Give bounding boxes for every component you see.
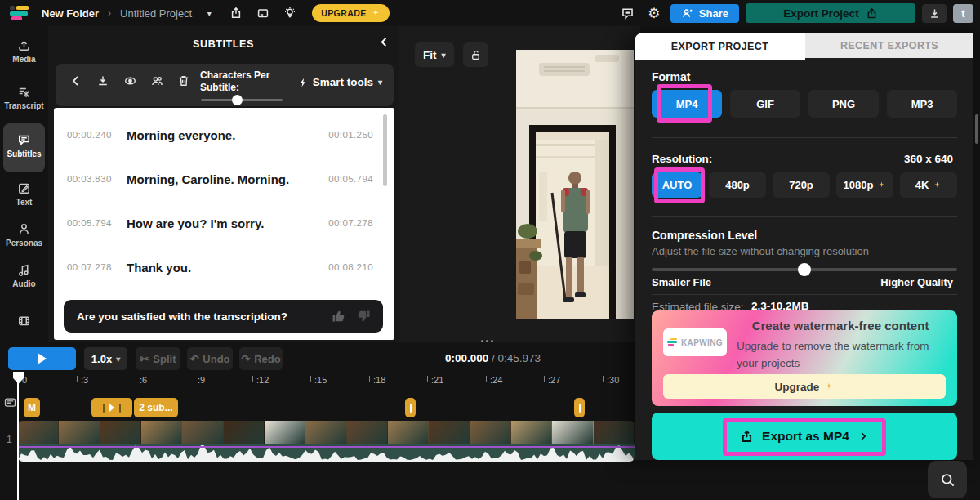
playhead-line[interactable] — [17, 372, 19, 500]
avatar[interactable]: t — [953, 4, 973, 23]
unlock-icon[interactable] — [463, 42, 488, 67]
subtitle-end-time: 00:08.210 — [321, 262, 373, 272]
comments-icon[interactable] — [618, 4, 638, 22]
share-button[interactable]: Share — [670, 4, 739, 23]
film-frame-icon — [17, 314, 31, 328]
play-button[interactable] — [8, 347, 76, 370]
subtitle-row[interactable]: 00:05.794 How are you? I'm sorry. 00:07.… — [54, 201, 394, 245]
project-menu-chevron-icon[interactable]: ▾ — [199, 4, 219, 22]
zoom-search-button[interactable] — [928, 461, 967, 498]
subtitle-marker-m[interactable]: M — [24, 398, 40, 417]
resolution-480p-button[interactable]: 480p — [709, 172, 766, 198]
subtitle-marker[interactable] — [405, 398, 416, 417]
track-list-icon[interactable] — [4, 396, 16, 408]
timeline-resize-handle[interactable] — [481, 340, 493, 342]
resolution-value: 360 x 640 — [904, 153, 953, 165]
split-button[interactable]: ✂ Split — [136, 347, 180, 370]
compression-label: Compression Level — [652, 229, 757, 242]
redo-button[interactable]: ↷ Redo — [239, 347, 283, 370]
back-chevron-icon[interactable] — [69, 74, 82, 87]
redo-icon: ↷ — [241, 353, 250, 365]
format-mp4-button[interactable]: MP4 — [652, 90, 722, 118]
subtitle-end-time: 00:05.794 — [321, 174, 373, 184]
trash-icon[interactable] — [177, 74, 190, 87]
characters-slider[interactable] — [201, 99, 283, 101]
fit-zoom-dropdown[interactable]: Fit ▾ — [415, 42, 454, 67]
subtitle-marker-2sub[interactable]: 2 sub... — [134, 398, 178, 417]
tab-recent-exports[interactable]: RECENT EXPORTS — [805, 33, 973, 58]
undo-button[interactable]: ↶ Undo — [187, 347, 233, 370]
caption-card-icon[interactable] — [253, 4, 273, 22]
format-gif-button[interactable]: GIF — [730, 90, 800, 118]
transcription-feedback-bar: Are you satisfied with the transcription… — [64, 300, 383, 333]
promo-body: Upgrade to remove the watermark from you… — [737, 338, 939, 373]
visibility-eye-icon[interactable] — [123, 74, 137, 87]
resolution-options: AUTO 480p 720p 1080p 4K — [652, 172, 957, 198]
export-project-button[interactable]: Export Project — [746, 3, 915, 23]
video-clip-track[interactable] — [18, 421, 635, 462]
subtitle-row[interactable]: 00:03.830 Morning, Caroline. Morning. 00… — [54, 157, 394, 201]
subtitle-marker-group[interactable] — [91, 398, 132, 417]
kapwing-brand-chip: KAPWING — [663, 328, 727, 356]
compression-slider[interactable] — [652, 268, 957, 271]
download-subtitles-icon[interactable] — [96, 74, 109, 87]
volume-keyframe-line[interactable] — [18, 446, 635, 448]
playback-speed-dropdown[interactable]: 1.0x ▾ — [84, 347, 127, 370]
resolution-1080p-button[interactable]: 1080p — [836, 172, 893, 198]
subtitle-text[interactable]: Morning everyone. — [127, 128, 321, 142]
compression-slider-knob[interactable] — [798, 263, 811, 276]
sidebar-item-elements[interactable] — [0, 314, 48, 328]
marker-tick — [579, 404, 581, 413]
sidebar-item-subtitles[interactable]: Subtitles — [0, 133, 48, 158]
format-png-button[interactable]: PNG — [808, 90, 879, 118]
subtitle-marker[interactable] — [574, 398, 585, 417]
breadcrumb-project[interactable]: Untitled Project — [120, 7, 192, 20]
tab-export-project[interactable]: EXPORT PROJECT — [635, 33, 805, 60]
promo-upgrade-button[interactable]: Upgrade — [663, 374, 946, 399]
sidebar-item-media[interactable]: Media — [0, 38, 48, 64]
lightbulb-icon[interactable] — [280, 4, 300, 22]
video-preview[interactable] — [516, 50, 634, 319]
thumbs-up-icon[interactable] — [331, 308, 347, 324]
format-mp3-button[interactable]: MP3 — [887, 90, 957, 118]
sidebar-item-audio[interactable]: Audio — [0, 263, 48, 288]
download-button[interactable] — [922, 4, 947, 23]
thumbs-down-icon[interactable] — [355, 308, 372, 324]
breadcrumb-separator: › — [106, 7, 113, 19]
list-scrollbar[interactable] — [383, 114, 387, 186]
ruler-tick: :18 — [373, 375, 385, 385]
characters-slider-knob[interactable] — [232, 95, 243, 105]
kapwing-logo-icon[interactable] — [10, 6, 31, 20]
panel-collapse-icon[interactable] — [378, 36, 390, 48]
sparkle-icon — [933, 181, 942, 190]
resolution-1080p-label: 1080p — [844, 179, 874, 191]
subtitle-text[interactable]: How are you? I'm sorry. — [127, 217, 321, 230]
resolution-720p-button[interactable]: 720p — [773, 172, 830, 198]
subtitles-panel: SUBTITLES Characters Per Subtitle: — [48, 26, 399, 342]
resolution-4k-button[interactable]: 4K — [900, 172, 957, 198]
settings-gear-icon[interactable]: ⚙ — [644, 4, 664, 22]
subtitle-row[interactable]: 00:00.240 Morning everyone. 00:01.250 — [54, 113, 394, 157]
sidebar-item-personas[interactable]: Personas — [0, 222, 48, 248]
ruler-tick: :3 — [81, 375, 88, 385]
smart-tools-dropdown[interactable]: Smart tools ▾ — [298, 76, 382, 88]
upgrade-button[interactable]: UPGRADE — [312, 4, 389, 22]
subtitle-text[interactable]: Morning, Caroline. Morning. — [127, 172, 321, 186]
share-upload-icon[interactable] — [226, 4, 246, 22]
export-as-mp4-button[interactable]: Export as MP4 — [652, 413, 957, 460]
sidebar-item-transcript[interactable]: Transcript — [0, 85, 48, 110]
subtitles-toolbar: Characters Per Subtitle: Smart tools ▾ — [56, 64, 394, 106]
panel-scroll-thumb[interactable] — [975, 114, 978, 144]
music-note-icon — [17, 263, 31, 277]
resolution-auto-button[interactable]: AUTO — [652, 172, 702, 198]
subtitle-text[interactable]: Thank you. — [127, 261, 321, 275]
transcript-icon — [17, 85, 31, 99]
ruler-tick: :6 — [140, 375, 147, 385]
panel-scroll-track[interactable] — [973, 33, 980, 460]
sidebar-item-text[interactable]: Text — [0, 181, 48, 207]
subtitle-row[interactable]: 00:07.278 Thank you. 00:08.210 — [54, 245, 394, 289]
subtitle-start-time: 00:05.794 — [67, 218, 119, 228]
speakers-icon[interactable] — [150, 74, 164, 87]
breadcrumb-folder[interactable]: New Folder — [42, 7, 99, 20]
download-icon — [929, 7, 941, 20]
